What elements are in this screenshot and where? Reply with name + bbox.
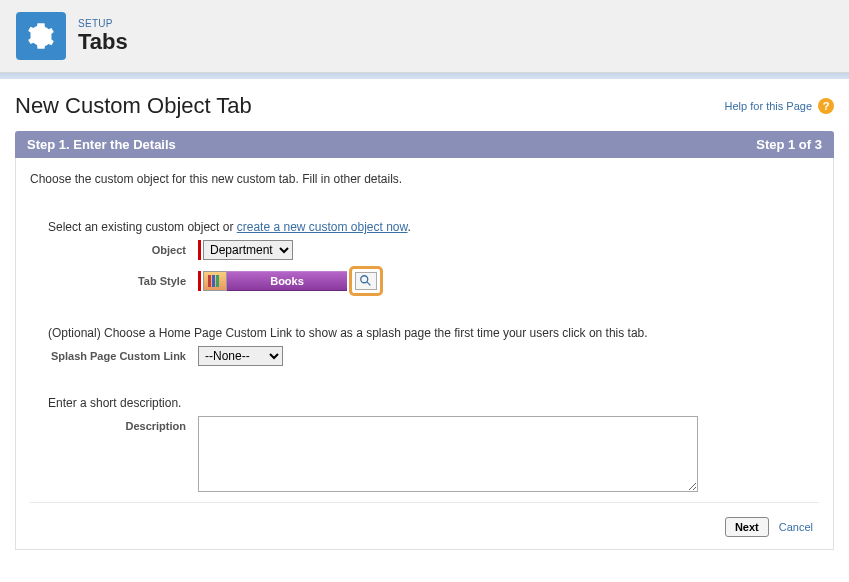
tabstyle-value: Books	[227, 271, 347, 291]
splash-prompt: (Optional) Choose a Home Page Custom Lin…	[48, 326, 819, 340]
next-button[interactable]: Next	[725, 517, 769, 537]
step-bar: Step 1. Enter the Details Step 1 of 3	[15, 131, 834, 158]
svg-point-3	[361, 276, 368, 283]
svg-rect-2	[216, 275, 219, 287]
magnifier-icon	[359, 274, 373, 288]
svg-rect-1	[212, 275, 215, 287]
step-title: Step 1. Enter the Details	[27, 137, 176, 152]
help-link[interactable]: Help for this Page	[725, 100, 812, 112]
desc-label: Description	[48, 416, 198, 432]
object-select[interactable]: Department	[203, 240, 293, 260]
cancel-link[interactable]: Cancel	[779, 521, 813, 533]
splash-label: Splash Page Custom Link	[48, 350, 198, 362]
step-counter: Step 1 of 3	[756, 137, 822, 152]
help-icon[interactable]: ?	[818, 98, 834, 114]
desc-prompt: Enter a short description.	[48, 396, 819, 410]
svg-line-4	[367, 282, 371, 286]
description-textarea[interactable]	[198, 416, 698, 492]
tabs-heading: Tabs	[78, 29, 128, 55]
page-title: New Custom Object Tab	[15, 93, 252, 119]
required-indicator	[198, 240, 201, 260]
svg-rect-0	[208, 275, 211, 287]
create-object-link[interactable]: create a new custom object now	[237, 220, 408, 234]
gear-icon	[16, 12, 66, 60]
object-label: Object	[48, 244, 198, 256]
required-indicator	[198, 271, 201, 291]
tabstyle-lookup-highlight	[349, 266, 383, 296]
setup-header: SETUP Tabs	[0, 0, 849, 73]
tabstyle-label: Tab Style	[48, 275, 198, 287]
splash-select[interactable]: --None--	[198, 346, 283, 366]
setup-breadcrumb: SETUP	[78, 18, 128, 29]
books-icon	[203, 271, 227, 291]
object-prompt: Select an existing custom object or crea…	[48, 220, 819, 234]
tabstyle-lookup-button[interactable]	[355, 272, 377, 290]
intro-text: Choose the custom object for this new cu…	[30, 172, 819, 186]
